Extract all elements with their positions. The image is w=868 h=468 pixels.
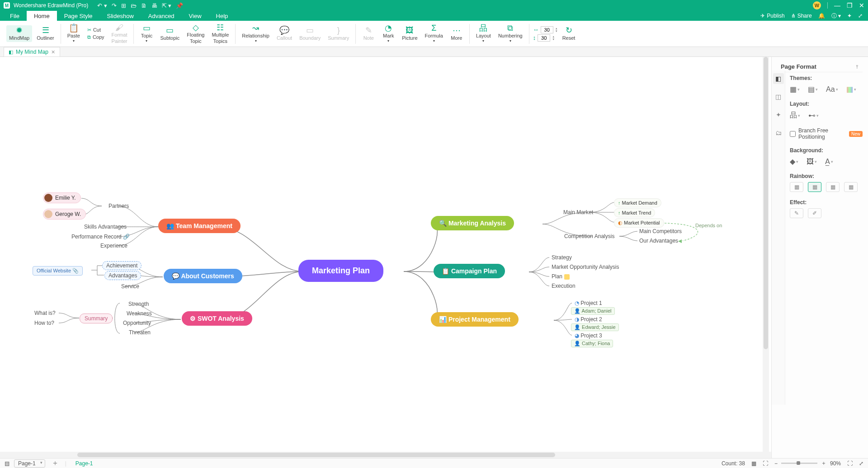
bg-image-button[interactable]: 🖼▾ xyxy=(807,158,817,166)
node-whatis[interactable]: What is? xyxy=(31,309,59,317)
multiple-topics-button[interactable]: ☷Multiple Topics xyxy=(209,22,231,45)
spinner-arrows-2[interactable]: ▲▼ xyxy=(552,35,555,41)
floating-topic-button[interactable]: ◇Floating Topic xyxy=(184,22,207,45)
node-swot[interactable]: ⚙ SWOT Analysis xyxy=(182,311,252,326)
vertical-scrollbar[interactable] xyxy=(763,57,769,452)
node-project2[interactable]: ◑ Project 2 xyxy=(571,315,606,323)
more-button[interactable]: ⋯More xyxy=(448,25,466,42)
share-button[interactable]: ⋔ Share xyxy=(791,13,812,19)
node-team[interactable]: 👥 Team Management xyxy=(158,219,241,233)
node-our-advantages[interactable]: Our Advantages xyxy=(636,237,682,245)
canvas[interactable]: Marketing Plan 👥 Team Management Partner… xyxy=(0,57,771,458)
node-experience[interactable]: Experience xyxy=(97,242,131,250)
print-icon[interactable]: 🖶 xyxy=(151,2,157,9)
user-avatar[interactable]: W xyxy=(813,1,821,9)
node-strength[interactable]: Strength xyxy=(125,300,152,308)
zoom-slider[interactable] xyxy=(781,463,817,464)
node-project3[interactable]: ◕ Project 3 xyxy=(571,332,606,340)
node-competition[interactable]: Competition Analysis xyxy=(561,232,618,240)
add-page-button[interactable]: ＋ xyxy=(50,459,61,468)
undo-icon[interactable]: ↶ ▾ xyxy=(97,2,107,9)
copy-button[interactable]: ⧉Copy xyxy=(87,34,104,40)
outliner-button[interactable]: ☰Outliner xyxy=(34,25,57,42)
window-close-icon[interactable]: ✕ xyxy=(859,2,864,9)
menu-file[interactable]: File xyxy=(3,11,27,21)
zoom-in-button[interactable]: ＋ xyxy=(821,459,826,467)
theme-color-button[interactable]: ▦▾ xyxy=(846,85,856,94)
outline-toggle-icon[interactable]: ▤ xyxy=(5,460,9,467)
rainbow-opt2[interactable]: ▦ xyxy=(808,182,821,192)
person-emilie[interactable]: Emilie Y. xyxy=(43,192,81,203)
horizontal-scrollbar[interactable] xyxy=(0,452,771,458)
rainbow-opt1[interactable]: ▦ xyxy=(790,182,803,192)
node-achievement[interactable]: Achievement xyxy=(102,261,142,270)
node-market-trend[interactable]: ↑ Market Trend xyxy=(614,208,655,217)
node-weakness[interactable]: Weakness xyxy=(123,309,156,318)
node-howto[interactable]: How to? xyxy=(31,319,58,327)
sidetab-icons-icon[interactable]: ✦ xyxy=(773,109,784,120)
theme-font-button[interactable]: Aa▾ xyxy=(826,85,838,94)
mindmap-button[interactable]: ✹MindMap xyxy=(6,25,32,42)
node-moa[interactable]: Market Opportunity Analysis xyxy=(548,263,623,271)
person-geroge[interactable]: Geroge W. xyxy=(43,209,86,220)
fullscreen-icon[interactable]: ⤢ xyxy=(859,460,863,467)
open-icon[interactable]: 🗁 xyxy=(131,2,137,9)
node-campaign[interactable]: 📋 Campaign Plan xyxy=(434,264,505,278)
node-market-potential[interactable]: ◐ Market Potential xyxy=(614,218,664,228)
layout-connector-button[interactable]: ⊷▾ xyxy=(808,111,819,120)
rainbow-opt3[interactable]: ▦ xyxy=(826,182,840,192)
pin-icon[interactable]: 📌 xyxy=(176,2,183,9)
node-project1[interactable]: ◔ Project 1 xyxy=(571,299,606,307)
branch-free-checkbox[interactable] xyxy=(790,131,796,137)
node-analysis[interactable]: 🔍 Marketing Analysis xyxy=(431,216,514,230)
format-painter-button[interactable]: 🖌Format Painter xyxy=(109,22,130,45)
summary-node[interactable]: Summary xyxy=(80,314,113,323)
menu-slideshow[interactable]: Slideshow xyxy=(100,11,141,21)
sidetab-style-icon[interactable]: ◫ xyxy=(773,91,784,102)
node-main-competitors[interactable]: Main Competitors xyxy=(636,227,685,235)
cloud-icon[interactable]: ✦ xyxy=(847,13,852,19)
bg-color-button[interactable]: ◆▾ xyxy=(790,157,798,166)
link-official-website[interactable]: Official Website 📎 xyxy=(33,266,83,276)
window-maximize-icon[interactable]: ❐ xyxy=(847,2,853,9)
formula-button[interactable]: ΣFormula▾ xyxy=(422,23,446,44)
export-icon[interactable]: ⇱ ▾ xyxy=(162,2,172,9)
node-execution[interactable]: Execution xyxy=(548,282,579,290)
publish-button[interactable]: ✈ Publish xyxy=(760,13,784,19)
boundary-button[interactable]: ▭Boundary xyxy=(297,25,323,42)
effect-opt2[interactable]: ✐ xyxy=(808,208,821,218)
reset-button[interactable]: ↻Reset xyxy=(560,25,578,42)
relationship-label[interactable]: Depends on xyxy=(692,222,726,229)
tag-project1[interactable]: 👤 Adam; Daniel xyxy=(571,307,615,315)
spinner-arrows[interactable]: ▲▼ xyxy=(555,27,558,33)
subtopic-button[interactable]: ▭Subtopic xyxy=(157,25,182,42)
numbering-button[interactable]: ⧉Numbering▾ xyxy=(495,23,525,44)
theme-layout1-button[interactable]: ▦▾ xyxy=(790,85,800,94)
sidetab-theme-icon[interactable]: ◧ xyxy=(773,73,784,84)
redo-icon[interactable]: ↷ xyxy=(112,2,117,9)
sidetab-clipart-icon[interactable]: 🗂 xyxy=(773,127,784,138)
paste-button[interactable]: 📋Paste▾ xyxy=(65,23,83,44)
tag-project3[interactable]: 👤 Cathy; Fiona xyxy=(571,340,613,347)
zoom-out-button[interactable]: − xyxy=(774,460,778,467)
relationship-button[interactable]: ↝Relationship▾ xyxy=(239,23,272,44)
cut-button[interactable]: ✂Cut xyxy=(87,27,101,33)
node-service[interactable]: Service xyxy=(118,282,143,290)
rainbow-opt4[interactable]: ▦ xyxy=(844,182,858,192)
pin-icon[interactable]: ⫯ xyxy=(856,63,859,70)
node-about[interactable]: 💬 About Customers xyxy=(164,269,242,283)
fit-page-icon[interactable]: ⛶ xyxy=(847,460,853,467)
node-main-market[interactable]: Main Market xyxy=(560,208,597,216)
new-icon[interactable]: ⊞ xyxy=(121,2,126,9)
tab-my-mind-map[interactable]: ◧ My Mind Map ✕ xyxy=(4,47,60,56)
node-threaten[interactable]: Threaten xyxy=(125,328,154,337)
callout-button[interactable]: 💬Callout xyxy=(274,25,295,42)
page-tab[interactable]: Page-1 xyxy=(71,460,98,467)
menu-home[interactable]: Home xyxy=(27,11,57,21)
node-plan[interactable]: Plan xyxy=(548,272,573,281)
width-input-top[interactable] xyxy=(541,26,553,33)
node-project[interactable]: 📊 Project Management xyxy=(431,312,519,327)
mark-button[interactable]: ◔Mark▾ xyxy=(379,23,397,44)
node-advantages[interactable]: Advantages xyxy=(104,271,141,280)
menu-page-style[interactable]: Page Style xyxy=(57,11,100,21)
